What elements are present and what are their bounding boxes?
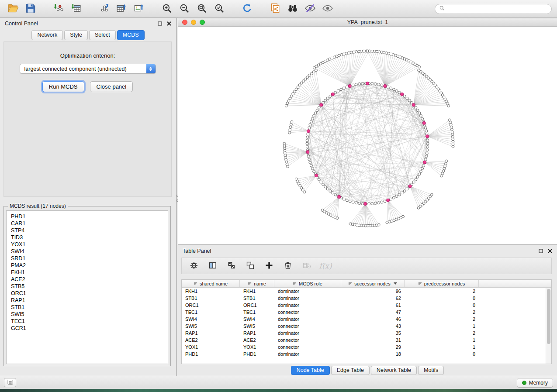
- export-network-button[interactable]: [96, 2, 112, 16]
- export-table-button[interactable]: [114, 2, 129, 16]
- tab-style[interactable]: Style: [64, 30, 88, 40]
- open-file-button[interactable]: [5, 2, 21, 16]
- node-table: shared name name MCDS role successor nod…: [181, 279, 552, 364]
- mcds-result-item[interactable]: FKH1: [7, 269, 168, 276]
- mcds-result-item[interactable]: STB5: [7, 283, 168, 290]
- delete-row-button[interactable]: [283, 261, 293, 271]
- mcds-result-item[interactable]: SWI4: [7, 248, 168, 255]
- eye-slash-icon: [304, 3, 316, 15]
- export-image-button[interactable]: [131, 2, 147, 16]
- export-network-icon: [98, 3, 110, 15]
- table-row[interactable]: TEC1 TEC1 connector 47 2: [182, 309, 551, 316]
- table-settings-button[interactable]: [189, 261, 199, 271]
- show-columns-button[interactable]: [208, 261, 218, 271]
- columns-icon: [208, 261, 217, 271]
- minimize-window-icon[interactable]: [191, 20, 196, 25]
- tab-motifs[interactable]: Motifs: [418, 366, 444, 375]
- mcds-result-item[interactable]: RAP1: [7, 297, 168, 304]
- close-table-panel-icon[interactable]: [548, 249, 552, 253]
- table-row[interactable]: STB1 STB1 dominator 62 0: [182, 295, 551, 302]
- apply-function-button[interactable]: f(x): [320, 261, 331, 271]
- save-session-button[interactable]: [23, 2, 38, 16]
- tab-node-table[interactable]: Node Table: [291, 366, 330, 375]
- column-header-name[interactable]: name: [240, 280, 274, 287]
- zoom-in-icon: [161, 3, 173, 15]
- mcds-result-item[interactable]: CAR1: [7, 220, 168, 227]
- column-header-shared-name[interactable]: shared name: [182, 280, 240, 287]
- tab-mcds[interactable]: MCDS: [117, 30, 145, 40]
- mcds-result-item[interactable]: STB1: [7, 304, 168, 311]
- memory-button[interactable]: Memory: [517, 378, 553, 388]
- mcds-result-item[interactable]: PMA2: [7, 262, 168, 269]
- close-window-icon[interactable]: [182, 20, 187, 25]
- refresh-icon: [242, 3, 253, 15]
- select-all-button[interactable]: [226, 261, 237, 271]
- tab-edge-table[interactable]: Edge Table: [331, 366, 370, 375]
- copy-network-button[interactable]: [267, 2, 283, 16]
- add-row-button[interactable]: [264, 261, 274, 271]
- table-row[interactable]: RAP1 RAP1 dominator 35 2: [182, 330, 551, 337]
- deselect-all-button[interactable]: [245, 261, 256, 271]
- table-panel-tabs: Node Table Edge Table Network Table Moti…: [178, 366, 557, 375]
- mcds-result-item[interactable]: ACE2: [7, 276, 168, 283]
- main-toolbar: [0, 0, 557, 18]
- mcds-result-title: MCDS result (17 nodes): [8, 203, 68, 209]
- mcds-result-item[interactable]: YOX1: [7, 241, 168, 248]
- search-box: [435, 4, 552, 14]
- import-table-icon: [70, 3, 82, 15]
- gear-icon: [190, 261, 198, 271]
- mcds-result-item[interactable]: TID3: [7, 234, 168, 241]
- log-console-button[interactable]: [4, 378, 16, 387]
- import-network-button[interactable]: [51, 2, 66, 16]
- network-canvas[interactable]: [178, 27, 557, 244]
- run-mcds-button[interactable]: Run MCDS: [42, 81, 84, 92]
- column-header-mcds-role[interactable]: MCDS role: [274, 280, 341, 287]
- find-button[interactable]: [285, 2, 301, 16]
- float-table-panel-icon[interactable]: [539, 249, 543, 253]
- mcds-result-item[interactable]: GCR1: [7, 325, 168, 332]
- delete-table-button[interactable]: [301, 261, 312, 271]
- hide-details-button[interactable]: [302, 2, 318, 16]
- zoom-out-button[interactable]: [176, 2, 192, 16]
- mcds-result-item[interactable]: SRD1: [7, 255, 168, 262]
- table-scrollbar-thumb[interactable]: [547, 289, 550, 344]
- control-panel: Control Panel Network Style Select MCDS …: [0, 18, 177, 376]
- tab-select[interactable]: Select: [89, 30, 116, 40]
- mcds-result-item[interactable]: ORC1: [7, 290, 168, 297]
- mcds-result-item[interactable]: PHD1: [7, 213, 168, 220]
- table-panel: Table Panel f(x) shared name name MCDS r…: [178, 245, 557, 376]
- close-mcds-panel-button[interactable]: Close panel: [90, 81, 133, 92]
- desktop-wallpaper-strip: [0, 389, 557, 392]
- tab-network[interactable]: Network: [31, 30, 63, 40]
- table-row[interactable]: ACE2 ACE2 connector 31 1: [182, 337, 551, 344]
- apply-layout-button[interactable]: [239, 2, 255, 16]
- table-row[interactable]: FKH1 FKH1 dominator 96 2: [182, 288, 551, 295]
- search-input[interactable]: [447, 6, 547, 12]
- column-header-predecessor-nodes[interactable]: predecessor nodes: [405, 280, 479, 287]
- float-panel-icon[interactable]: [158, 21, 162, 26]
- zoom-out-icon: [179, 3, 190, 15]
- mcds-result-item[interactable]: TEC1: [7, 318, 168, 325]
- mcds-result-item[interactable]: SWI5: [7, 311, 168, 318]
- mcds-tab-content: Optimization criterion: largest connecte…: [3, 41, 172, 197]
- zoom-selected-button[interactable]: [211, 2, 227, 16]
- mcds-result-item[interactable]: STP4: [7, 227, 168, 234]
- zoom-in-button[interactable]: [159, 2, 175, 16]
- table-row[interactable]: SWI5 SWI5 connector 43 1: [182, 323, 551, 330]
- tab-network-table[interactable]: Network Table: [371, 366, 417, 375]
- table-row[interactable]: ORC1 ORC1 dominator 61 0: [182, 302, 551, 309]
- maximize-window-icon[interactable]: [200, 20, 205, 25]
- table-row[interactable]: YOX1 YOX1 connector 29 1: [182, 344, 551, 351]
- save-icon: [25, 3, 36, 15]
- table-row[interactable]: SWI4 SWI4 dominator 46 2: [182, 316, 551, 323]
- zoom-fit-button[interactable]: [194, 2, 210, 16]
- show-details-button[interactable]: [320, 2, 336, 16]
- table-toolbar: f(x): [181, 258, 552, 274]
- delete-table-icon: [302, 261, 311, 271]
- close-panel-icon[interactable]: [167, 21, 171, 26]
- column-header-successor-nodes[interactable]: successor nodes: [341, 280, 405, 287]
- import-table-button[interactable]: [68, 2, 84, 16]
- checked-boxes-icon: [227, 261, 236, 271]
- table-row[interactable]: PHD1 PHD1 dominator 18 0: [182, 351, 551, 358]
- optimization-criterion-select[interactable]: largest connected component (undirected): [20, 64, 156, 74]
